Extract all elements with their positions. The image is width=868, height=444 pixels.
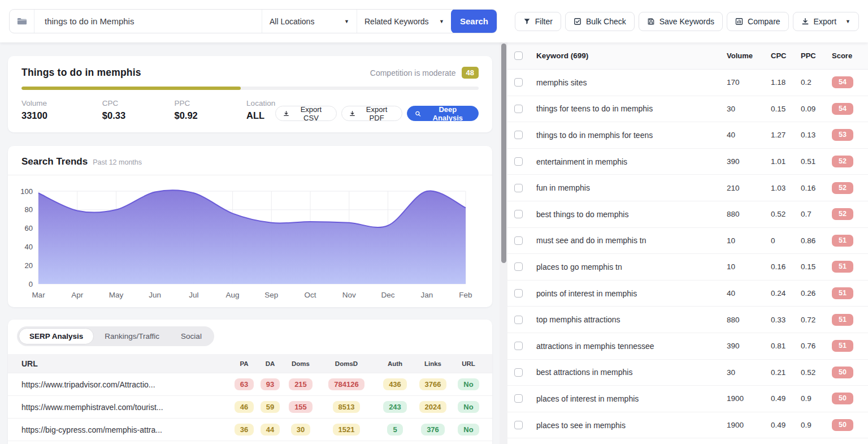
keyword-row[interactable]: things to do in memphis for teens401.270… — [507, 122, 868, 149]
row-checkbox[interactable] — [514, 105, 523, 113]
save-keywords-button[interactable]: Save Keywords — [639, 12, 723, 31]
compare-button-label: Compare — [748, 17, 780, 26]
stat-label: Location — [246, 99, 275, 107]
cpc-cell: 0.33 — [771, 316, 801, 324]
row-checkbox[interactable] — [514, 131, 523, 139]
row-checkbox[interactable] — [514, 289, 523, 298]
serp-analysis-card: SERP Analysis Rankings/Traffic Social UR… — [8, 320, 492, 444]
serp-col-url2: URL — [450, 360, 487, 367]
bar-chart-icon — [735, 18, 743, 25]
keyword-row[interactable]: attractions in memphis tennessee3900.810… — [507, 333, 868, 360]
volume-cell: 10 — [727, 262, 771, 271]
row-checkbox[interactable] — [514, 210, 523, 218]
score-cell: 54 — [832, 103, 860, 115]
keyword-row[interactable]: fun in memphis2101.030.1652 — [507, 175, 868, 201]
score-badge: 51 — [832, 287, 853, 299]
row-checkbox[interactable] — [514, 421, 523, 429]
serp-url-link[interactable]: https://www.tripadvisor.com/Attractio... — [8, 380, 231, 389]
export-button[interactable]: Export ▼ — [793, 12, 859, 31]
keyword-row[interactable]: best attractions in memphis300.210.5250 — [507, 360, 868, 386]
row-checkbox[interactable] — [514, 368, 523, 377]
cpc-cell: 1.27 — [771, 131, 801, 139]
volume-cell: 210 — [727, 184, 771, 192]
score-badge: 51 — [832, 235, 853, 247]
volume-cell: 170 — [727, 78, 771, 87]
row-checkbox[interactable] — [514, 157, 523, 166]
score-cell: 52 — [832, 182, 860, 194]
tab-serp-analysis[interactable]: SERP Analysis — [19, 328, 94, 344]
serp-metric-cell: 155 — [283, 401, 318, 413]
svg-text:100: 100 — [20, 187, 33, 196]
keyword-row[interactable]: things for teens to do in memphis300.150… — [507, 96, 868, 123]
keyword-cell: places to see in memphis — [536, 421, 727, 430]
export-pdf-button[interactable]: Export PDF — [341, 106, 402, 121]
metric-badge: 5 — [387, 424, 402, 436]
keyword-row[interactable]: places of interest in memphis19000.490.9… — [507, 386, 868, 412]
keyword-row[interactable]: memphis sites1701.180.254 — [507, 70, 868, 96]
serp-tabs: SERP Analysis Rankings/Traffic Social — [17, 326, 214, 346]
keyword-cell: fun in memphis — [536, 183, 727, 192]
scrollbar-thumb[interactable] — [501, 44, 506, 263]
keyword-search-group: All Locations ▼ Related Keywords ▼ Searc… — [9, 9, 497, 33]
export-button-label: Export — [814, 17, 836, 26]
bulk-check-button[interactable]: Bulk Check — [565, 12, 635, 31]
keyword-type-select[interactable]: Related Keywords ▼ — [357, 10, 452, 33]
select-all-checkbox[interactable] — [514, 51, 523, 60]
row-checkbox[interactable] — [514, 262, 523, 271]
row-checkbox[interactable] — [514, 78, 523, 87]
cpc-cell: 0 — [771, 236, 801, 245]
score-cell: 50 — [832, 393, 860, 404]
serp-metric-cell: 30 — [283, 424, 318, 436]
keyword-row[interactable]: places to go memphis tn100.160.1551 — [507, 254, 868, 281]
search-input[interactable] — [34, 10, 262, 33]
trends-title: Search Trends — [21, 156, 88, 167]
row-checkbox[interactable] — [514, 394, 523, 403]
location-select[interactable]: All Locations ▼ — [262, 10, 357, 33]
cpc-cell: 1.18 — [771, 78, 801, 87]
vertical-scrollbar[interactable] — [500, 42, 507, 444]
serp-metric-cell: 93 — [257, 378, 283, 390]
keyword-row[interactable]: top memphis attractions8800.330.7251 — [507, 307, 868, 333]
export-csv-label: Export CSV — [293, 105, 328, 122]
keyword-row[interactable]: points of interest in memphis400.240.265… — [507, 281, 868, 307]
stat-cpc: CPC $0.33 — [102, 99, 175, 121]
keyword-row[interactable]: entertainment in memphis3901.010.5152 — [507, 149, 868, 175]
compare-button[interactable]: Compare — [727, 12, 789, 31]
cpc-cell: 0.16 — [771, 262, 801, 271]
download-icon — [801, 18, 809, 25]
row-checkbox[interactable] — [514, 184, 523, 192]
serp-metric-cell: 46 — [231, 401, 257, 413]
row-checkbox[interactable] — [514, 316, 523, 324]
serp-url-link[interactable]: https://www.memphistravel.com/tourist... — [8, 403, 231, 412]
saved-projects-button[interactable] — [10, 10, 34, 33]
row-checkbox[interactable] — [514, 236, 523, 245]
metric-badge: 3766 — [419, 378, 447, 390]
keyword-row[interactable]: best things to do memphis8800.520.752 — [507, 201, 868, 228]
keyword-row[interactable]: places to see in memphis19000.490.950 — [507, 412, 868, 439]
keyword-row[interactable]: must see and do in memphis tn1000.8651 — [507, 228, 868, 255]
serp-row: https://big-cypress.com/memphis-attra...… — [8, 418, 492, 441]
score-badge: 52 — [832, 182, 853, 194]
svg-text:80: 80 — [25, 205, 33, 214]
serp-metric-cell: 5 — [375, 424, 415, 436]
tab-rankings-traffic[interactable]: Rankings/Traffic — [94, 328, 170, 344]
tab-social[interactable]: Social — [170, 328, 212, 344]
svg-text:Oct: Oct — [305, 291, 316, 299]
serp-url-link[interactable]: https://big-cypress.com/memphis-attra... — [8, 425, 231, 434]
filter-button[interactable]: Filter — [515, 12, 561, 31]
ppc-cell: 0.26 — [801, 289, 832, 298]
metric-badge: 215 — [289, 378, 313, 390]
export-csv-button[interactable]: Export CSV — [275, 106, 337, 121]
ppc-cell: 0.76 — [801, 342, 832, 350]
volume-cell: 390 — [727, 342, 771, 350]
save-icon — [647, 18, 655, 25]
serp-metric-cell: 436 — [375, 378, 415, 390]
search-button[interactable]: Search — [451, 9, 497, 33]
row-checkbox[interactable] — [514, 342, 523, 350]
svg-text:May: May — [109, 291, 124, 299]
filter-button-label: Filter — [535, 17, 553, 26]
serp-table-header: URL PA DA Doms DomsD Auth Links URL — [8, 354, 492, 373]
stat-value: $0.92 — [174, 110, 246, 121]
deep-analysis-button[interactable]: Deep Analysis — [407, 106, 479, 121]
score-badge: 53 — [832, 129, 853, 141]
